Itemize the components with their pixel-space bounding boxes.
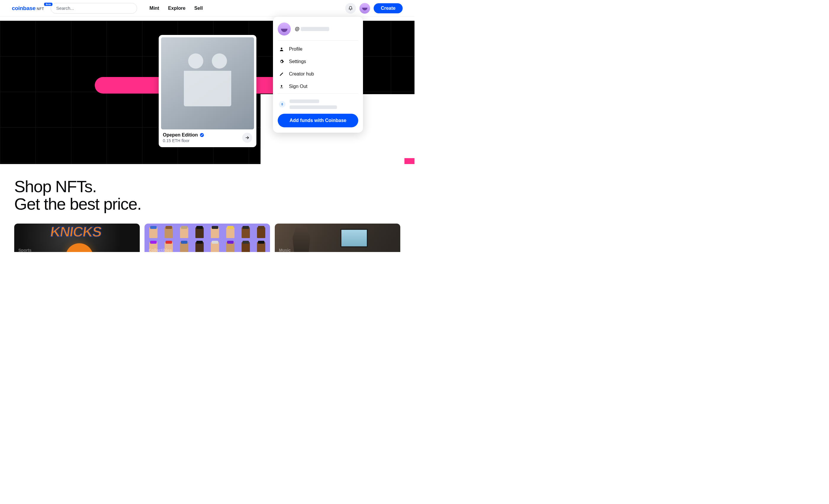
search-input[interactable]: Search... — [50, 3, 137, 13]
primary-nav: Mint Explore Sell — [149, 6, 203, 11]
create-button[interactable]: Create — [374, 3, 403, 13]
divider — [278, 93, 358, 94]
wallet-balance-redacted — [290, 100, 337, 109]
category-card-music[interactable]: Music — [275, 224, 400, 252]
dropdown-item-signout[interactable]: Sign Out — [278, 80, 358, 93]
hero-accent-white — [371, 155, 384, 164]
dropdown-item-label: Profile — [289, 46, 302, 52]
category-label: Music — [279, 248, 291, 252]
category-label: Collectibles — [149, 248, 172, 252]
logo-coinbase: coinbase — [12, 5, 36, 11]
svg-point-1 — [281, 48, 282, 49]
dropdown-wallet-row[interactable] — [278, 96, 358, 114]
pencil-icon — [279, 72, 284, 76]
featured-collection-card[interactable]: Opepen Edition 0.15 ETH floor — [159, 35, 256, 147]
logo[interactable]: coinbase NFT Beta — [12, 5, 44, 11]
featured-collection-meta: Opepen Edition 0.15 ETH floor — [161, 130, 254, 145]
dropdown-item-label: Settings — [289, 59, 306, 64]
dropdown-item-label: Creator hub — [289, 71, 314, 77]
nav-sell[interactable]: Sell — [194, 6, 203, 11]
shop-heading: Shop NFTs. Get the best price. — [14, 178, 400, 213]
add-funds-button[interactable]: Add funds with Coinbase — [278, 114, 358, 127]
top-nav: coinbase NFT Beta Search... Mint Explore… — [0, 0, 414, 16]
dropdown-item-profile[interactable]: Profile — [278, 43, 358, 56]
dropdown-username: @ — [295, 26, 329, 32]
notifications-button[interactable] — [345, 3, 356, 13]
username-redacted — [301, 27, 329, 31]
category-card-sports[interactable]: KNICKS Sports — [14, 224, 140, 252]
dropdown-item-label: Sign Out — [289, 84, 307, 89]
bell-icon — [348, 6, 353, 11]
ethereum-icon — [279, 101, 285, 107]
handle-prefix: @ — [295, 26, 300, 32]
featured-collection-image — [161, 37, 254, 130]
logo-nft: NFT — [37, 7, 44, 11]
signout-icon — [279, 84, 284, 89]
account-dropdown: @ Profile Settings Creator hub Sign Out — [273, 16, 363, 133]
category-card-collectibles[interactable]: Collectibles — [144, 224, 270, 252]
account-avatar-button[interactable] — [359, 3, 370, 13]
arrow-right-icon — [245, 135, 250, 140]
dropdown-item-creator-hub[interactable]: Creator hub — [278, 68, 358, 80]
dropdown-avatar — [278, 23, 291, 36]
dropdown-item-settings[interactable]: Settings — [278, 56, 358, 68]
avatar-glyph — [362, 8, 367, 10]
gear-icon — [279, 59, 284, 64]
person-icon — [279, 47, 284, 51]
header-actions: Create — [345, 3, 403, 13]
shop-section: Shop NFTs. Get the best price. KNICKS Sp… — [0, 164, 414, 252]
category-label: Sports — [19, 248, 31, 252]
dropdown-user-row[interactable]: @ — [278, 21, 358, 40]
beta-badge: Beta — [44, 3, 52, 6]
featured-collection-floor: 0.15 ETH floor — [163, 138, 204, 143]
shop-heading-line1: Shop NFTs. — [14, 178, 400, 195]
knicks-logo-art: KNICKS — [49, 224, 102, 240]
category-row: KNICKS Sports Colle — [14, 224, 400, 252]
nav-mint[interactable]: Mint — [149, 6, 159, 11]
verified-icon — [200, 133, 204, 137]
divider — [278, 40, 358, 41]
search-placeholder: Search... — [56, 6, 74, 11]
shop-heading-line2: Get the best price. — [14, 195, 400, 213]
featured-next-button[interactable] — [242, 133, 252, 143]
nav-explore[interactable]: Explore — [168, 6, 186, 11]
hero-accent-pink — [404, 158, 414, 164]
featured-collection-title: Opepen Edition — [163, 132, 198, 138]
